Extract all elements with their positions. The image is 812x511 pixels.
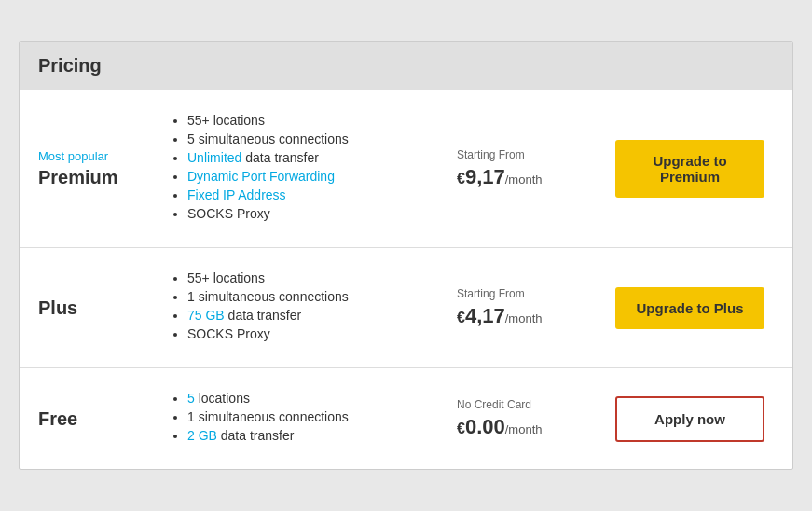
feature-item: Fixed IP Address — [187, 187, 438, 202]
currency-symbol: € — [457, 171, 465, 186]
plan-row-free: Free5 locations1 simultaneous connection… — [20, 368, 792, 469]
plan-name-premium: Premium — [38, 167, 150, 188]
plan-row-premium: Most popularPremium55+ locations5 simult… — [20, 90, 792, 248]
feature-item: Dynamic Port Forwarding — [187, 169, 438, 184]
feature-link[interactable]: 2 GB — [187, 428, 217, 443]
price-display: €4,17/month — [457, 304, 606, 328]
per-month-label: /month — [505, 422, 543, 436]
currency-symbol: € — [457, 421, 465, 436]
feature-item: 55+ locations — [187, 113, 438, 128]
feature-item: SOCKS Proxy — [187, 326, 438, 341]
feature-item: SOCKS Proxy — [187, 206, 438, 221]
price-value: €9,17 — [457, 165, 505, 188]
currency-symbol: € — [457, 310, 465, 325]
pricing-col-premium: Starting From€9,17/month — [457, 148, 606, 189]
feature-item: 5 simultaneous connections — [187, 131, 438, 146]
features-col-free: 5 locations1 simultaneous connections2 G… — [150, 391, 457, 447]
pricing-card: Pricing Most popularPremium55+ locations… — [19, 41, 793, 470]
btn-plus[interactable]: Upgrade to Plus — [615, 287, 764, 329]
features-col-premium: 55+ locations5 simultaneous connectionsU… — [150, 113, 457, 225]
starting-from-label: Starting From — [457, 287, 606, 300]
feature-link[interactable]: 75 GB — [187, 308, 225, 323]
feature-item: 1 simultaneous connections — [187, 409, 438, 424]
plan-name-free: Free — [38, 408, 150, 430]
plan-row-plus: Plus55+ locations1 simultaneous connecti… — [20, 248, 792, 368]
price-value: €0.00 — [457, 415, 505, 438]
pricing-col-plus: Starting From€4,17/month — [457, 287, 606, 328]
feature-link[interactable]: Fixed IP Address — [187, 187, 286, 202]
no-credit-label: No Credit Card — [457, 398, 606, 411]
feature-link[interactable]: Unlimited — [187, 150, 241, 165]
action-col-plus: Upgrade to Plus — [606, 287, 774, 329]
feature-link[interactable]: 5 — [187, 391, 195, 406]
action-col-free: Apply now — [606, 396, 774, 442]
pricing-col-free: No Credit Card€0.00/month — [457, 398, 606, 439]
feature-item: 2 GB data transfer — [187, 428, 438, 443]
price-display: €9,17/month — [457, 165, 606, 189]
plan-name-col-plus: Plus — [38, 297, 150, 319]
price-value: €4,17 — [457, 304, 505, 327]
plan-name-col-free: Free — [38, 408, 150, 430]
btn-premium[interactable]: Upgrade to Premium — [615, 140, 764, 198]
plans-container: Most popularPremium55+ locations5 simult… — [20, 90, 792, 469]
action-col-premium: Upgrade to Premium — [606, 140, 774, 198]
feature-item: 55+ locations — [187, 270, 438, 285]
price-display: €0.00/month — [457, 415, 606, 439]
feature-link[interactable]: Dynamic Port Forwarding — [187, 169, 335, 184]
features-col-plus: 55+ locations1 simultaneous connections7… — [150, 270, 457, 345]
per-month-label: /month — [505, 311, 543, 325]
btn-free[interactable]: Apply now — [615, 396, 764, 442]
card-header: Pricing — [20, 42, 792, 90]
feature-item: 1 simultaneous connections — [187, 289, 438, 304]
feature-item: 75 GB data transfer — [187, 308, 438, 323]
feature-item: 5 locations — [187, 391, 438, 406]
per-month-label: /month — [505, 173, 543, 186]
page-title: Pricing — [38, 55, 774, 76]
starting-from-label: Starting From — [457, 148, 606, 161]
plan-name-col-premium: Most popularPremium — [38, 149, 150, 188]
feature-item: Unlimited data transfer — [187, 150, 438, 165]
most-popular-label: Most popular — [38, 149, 150, 163]
plan-name-plus: Plus — [38, 297, 150, 319]
